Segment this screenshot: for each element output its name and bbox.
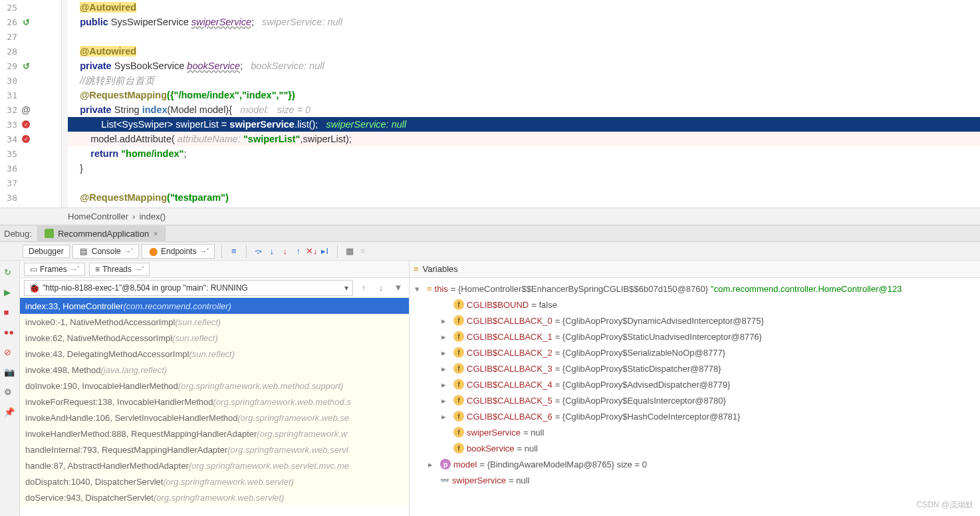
gutter: 25 26↺ 27 28 29↺ 30 31 32@ 33✓ 34✓ 35 36… [0,0,61,207]
tab-frames[interactable]: ▭Frames→' [24,263,85,276]
fold-column[interactable] [61,0,68,207]
frame-item[interactable]: doInvoke:190, InvocableHandlerMethod (or… [20,378,409,394]
breadcrumb-item[interactable]: index() [135,211,170,221]
at-icon: @ [20,104,32,115]
variable-row[interactable]: ▸f CGLIB$CALLBACK_5 = {CglibAopProxy$Equ… [410,392,980,408]
frame-item[interactable]: invoke:43, DelegatingMethodAccessorImpl … [20,346,409,362]
rerun-icon[interactable]: ↻ [4,267,16,279]
frame-item[interactable]: invoke:498, Method (java.lang.reflect) [20,362,409,378]
frame-item[interactable]: invoke:62, NativeMethodAccessorImpl (sun… [20,330,409,346]
field-badge-icon: f [453,347,464,358]
field-badge-icon: f [453,315,464,326]
variable-row[interactable]: ▸f CGLIB$CALLBACK_4 = {CglibAopProxy$Adv… [410,376,980,392]
debug-tool-header: Debug: RecommendApplication × [0,225,980,242]
view-breakpoints-icon[interactable]: ●● [4,327,16,339]
variables-icon: ≡ [414,264,419,274]
resume-icon[interactable]: ▶ [4,287,16,299]
variable-row[interactable]: ▸f CGLIB$CALLBACK_1 = {CglibAopProxy$Sta… [410,328,980,344]
next-frame-icon[interactable]: ↓ [374,281,388,295]
breadcrumb[interactable]: HomeController›index() [0,207,980,225]
mute-breakpoints-icon[interactable]: ⊘ [4,347,16,359]
frame-item[interactable]: invokeAndHandle:106, ServletInvocableHan… [20,410,409,426]
variable-row[interactable]: f swiperService = null [410,424,980,440]
tab-threads[interactable]: ≡Threads→' [89,263,150,276]
filter-icon[interactable]: ▼ [392,281,405,295]
variables-panel: ≡ Variables ▾ ≡ this = {HomeController$$… [410,261,980,516]
field-badge-icon: f [453,395,464,406]
frame-item[interactable]: index:33, HomeController (com.recommend.… [20,298,409,314]
expand-icon[interactable]: ▸ [441,380,451,390]
expand-icon[interactable]: ▸ [441,412,451,422]
settings-icon[interactable]: ⚙ [4,387,16,399]
frames-panel: ▭Frames→' ≡Threads→' 🐞 "http-nio-8188-ex… [20,261,410,516]
expand-icon[interactable]: ▸ [428,459,437,469]
frame-item[interactable]: doDispatch:1040, DispatcherServlet (org.… [20,473,409,489]
step-out-icon[interactable]: ↑ [293,246,304,257]
code-editor[interactable]: 25 26↺ 27 28 29↺ 30 31 32@ 33✓ 34✓ 35 36… [0,0,980,207]
field-badge-icon: f [453,443,464,453]
expand-icon[interactable]: ▸ [441,332,451,342]
variable-row[interactable]: ▸p model = {BindingAwareModelMap@8765} s… [410,456,980,472]
expand-icon[interactable]: ▸ [441,364,451,374]
variables-header: ≡ Variables [410,261,980,278]
frame-item[interactable]: doService:943, DispatcherServlet (org.sp… [20,489,409,505]
frames-list[interactable]: index:33, HomeController (com.recommend.… [20,298,409,516]
chevron-down-icon: ▾ [344,283,348,293]
thread-selector-row: 🐞 "http-nio-8188-exec-1"@8,504 in group … [20,278,409,298]
breadcrumb-item[interactable]: HomeController [64,211,132,221]
evaluate-icon[interactable]: ▦ [344,246,355,257]
force-step-into-icon[interactable]: ↓ [280,246,291,257]
variable-row[interactable]: ▸f CGLIB$CALLBACK_0 = {CglibAopProxy$Dyn… [410,313,980,328]
watermark: CSDN @流烟默 [916,499,973,511]
close-icon[interactable]: × [153,229,158,239]
show-execution-point-icon[interactable]: ≡ [229,246,239,257]
debug-session-tab[interactable]: RecommendApplication × [37,226,166,241]
expand-icon[interactable]: ▸ [441,396,451,406]
collapse-icon[interactable]: ▾ [415,284,424,294]
frames-icon: ▭ [30,265,37,274]
bug-icon: 🐞 [29,283,40,293]
frame-item[interactable]: invoke0:-1, NativeMethodAccessorImpl (su… [20,314,409,330]
variable-row[interactable]: 👓 swiperService = null [410,472,980,488]
variable-row[interactable]: ▸f CGLIB$CALLBACK_3 = {CglibAopProxy$Sta… [410,360,980,376]
step-over-icon[interactable]: ⤼ [253,246,264,257]
spring-icon [45,229,54,238]
pin-icon[interactable]: 📌 [4,407,16,419]
glasses-icon: 👓 [440,476,449,485]
threads-icon: ≡ [95,265,100,274]
frame-item[interactable]: handle:87, AbstractHandlerMethodAdapter … [20,457,409,473]
drop-frame-icon[interactable]: ✕↓ [306,246,317,257]
field-badge-icon: f [453,363,464,374]
variable-row[interactable]: f CGLIB$BOUND = false [410,297,980,313]
variable-row-this[interactable]: ▾ ≡ this = {HomeController$$EnhancerBySp… [410,281,980,297]
change-marker-icon: ↺ [20,17,32,27]
variables-list[interactable]: ▾ ≡ this = {HomeController$$EnhancerBySp… [410,278,980,516]
variable-row[interactable]: f bookService = null [410,440,980,456]
breakpoint-icon[interactable]: ✓ [20,120,32,128]
expand-icon[interactable]: ▸ [441,316,451,326]
camera-icon[interactable]: 📷 [4,367,16,379]
run-to-cursor-icon[interactable]: ▸I [320,246,330,257]
code-content[interactable]: @Autowired public SysSwiperService swipe… [68,0,980,207]
tab-console[interactable]: ▤Console→' [72,244,139,259]
thread-combo[interactable]: 🐞 "http-nio-8188-exec-1"@8,504 in group … [24,280,353,296]
expand-icon[interactable]: ▸ [441,348,451,358]
stop-icon[interactable]: ■ [4,307,16,319]
variable-row[interactable]: ▸f CGLIB$CALLBACK_2 = {CglibAopProxy$Ser… [410,344,980,360]
breakpoint-icon[interactable]: ✓ [20,135,32,143]
frame-item[interactable]: invokeHandlerMethod:888, RequestMappingH… [20,426,409,442]
line-number: 25 [0,3,20,13]
field-badge-icon: f [453,331,464,342]
trace-icon[interactable]: ≡ [358,246,368,257]
frame-item[interactable]: handleInternal:793, RequestMappingHandle… [20,442,409,457]
debug-body: ↻ ▶ ■ ●● ⊘ 📷 ⚙ 📌 ▭Frames→' ≡Threads→' 🐞 … [0,261,980,516]
tab-debugger[interactable]: Debugger [23,245,70,258]
tab-endpoints[interactable]: ⬤Endpoints→' [142,244,215,259]
endpoints-icon: ⬤ [148,246,158,257]
this-icon: ≡ [427,284,432,294]
change-marker-icon: ↺ [20,61,32,71]
step-into-icon[interactable]: ↓ [267,246,277,257]
prev-frame-icon[interactable]: ↑ [357,281,370,295]
frame-item[interactable]: invokeForRequest:138, InvocableHandlerMe… [20,394,409,410]
variable-row[interactable]: ▸f CGLIB$CALLBACK_6 = {CglibAopProxy$Has… [410,408,980,424]
